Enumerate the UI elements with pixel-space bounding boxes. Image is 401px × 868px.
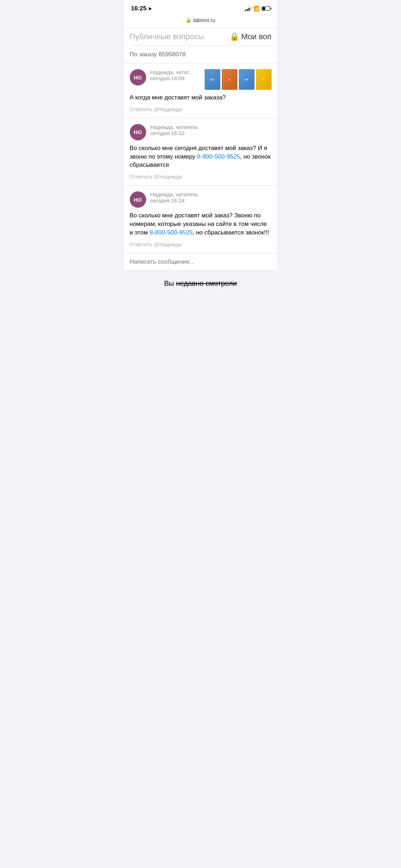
message-header: НО Надежда, читатель сегодня 16:22:	[130, 124, 272, 140]
phone-link[interactable]: 8-800-500-9525	[149, 229, 192, 236]
wifi-icon: 📶	[253, 6, 259, 11]
browser-bar[interactable]: 🔒 labirint.ru	[124, 14, 277, 28]
message-text: Во сколько мне сегодня доставят мой зака…	[130, 144, 272, 169]
send-time: сегодня 16:09:	[150, 75, 200, 81]
tab-private-label: Мои воп	[241, 32, 272, 41]
message-meta: Надежда, читат... сегодня 16:09:	[150, 69, 200, 81]
book-cover-4: 7	[256, 69, 272, 90]
url-display: 🔒 labirint.ru	[130, 17, 272, 23]
phone-link[interactable]: 8-800-500-9525	[197, 153, 240, 160]
reply-link[interactable]: Ответить @Надежда	[130, 106, 272, 112]
location-icon: ➤	[148, 6, 152, 11]
avatar: НО	[130, 124, 146, 140]
book-cover-1: 5-6	[205, 69, 220, 90]
avatar-initials: НО	[134, 129, 142, 135]
time-display: 16:25	[131, 5, 146, 12]
main-content: По заказу 85958078 НО Надежда, читат... …	[124, 46, 277, 271]
sender-name: Надежда, читатель	[150, 124, 272, 130]
battery-icon	[262, 6, 270, 11]
order-label: По заказу 85958078	[130, 51, 186, 58]
message-input[interactable]	[130, 258, 272, 265]
signal-icon	[245, 6, 251, 11]
bottom-section: Вы недавно смотрели	[124, 271, 277, 296]
message-card: НО Надежда, читатель сегодня 16:24: Во с…	[124, 186, 277, 253]
tab-public[interactable]: Публичные вопросы	[130, 32, 230, 41]
avatar-initials: НО	[134, 197, 142, 203]
message-input-area[interactable]	[124, 253, 277, 271]
message-text: Во сколько мне доставят мой заказ? Звоню…	[130, 211, 272, 237]
order-header: По заказу 85958078	[124, 46, 277, 63]
sender-name: Надежда, читат...	[150, 69, 200, 75]
reply-link[interactable]: Ответить @Надежда	[130, 174, 272, 180]
url-text: labirint.ru	[193, 17, 215, 23]
message-meta: Надежда, читатель сегодня 16:22:	[150, 124, 272, 136]
status-time: 16:25 ➤	[131, 5, 152, 12]
message-header: НО Надежда, читат... сегодня 16:09: 5-6 …	[130, 69, 272, 90]
reply-link[interactable]: Ответить @Надежда	[130, 241, 272, 247]
status-icons: 📶	[245, 6, 270, 11]
recently-viewed-label: Вы недавно смотрели	[164, 279, 237, 287]
avatar-initials: НО	[134, 74, 142, 81]
message-header: НО Надежда, читатель сегодня 16:24:	[130, 191, 272, 208]
tab-private[interactable]: 🔒 Мои воп	[230, 32, 272, 41]
nav-tabs: Публичные вопросы 🔒 Мои воп	[124, 28, 277, 46]
message-body: А когда мне доставят мой заказа?	[130, 94, 226, 101]
message-meta: Надежда, читатель сегодня 16:24:	[150, 191, 272, 203]
avatar: НО	[130, 191, 146, 208]
sender-name: Надежда, читатель	[150, 191, 272, 197]
book-cover-3: 7S	[239, 69, 255, 90]
private-lock-icon: 🔒	[230, 32, 239, 41]
avatar: НО	[130, 69, 146, 86]
message-text: А когда мне доставят мой заказа?	[130, 93, 272, 102]
send-time: сегодня 16:22:	[150, 130, 272, 136]
message-card: НО Надежда, читатель сегодня 16:22: Во с…	[124, 118, 277, 186]
book-thumbnails: 5-6 6 7S 7	[205, 69, 272, 90]
message-card: НО Надежда, читат... сегодня 16:09: 5-6 …	[124, 63, 277, 118]
status-bar: 16:25 ➤ 📶	[124, 0, 277, 14]
browser-lock-icon: 🔒	[186, 17, 191, 23]
book-cover-2: 6	[222, 69, 237, 90]
send-time: сегодня 16:24:	[150, 197, 272, 203]
